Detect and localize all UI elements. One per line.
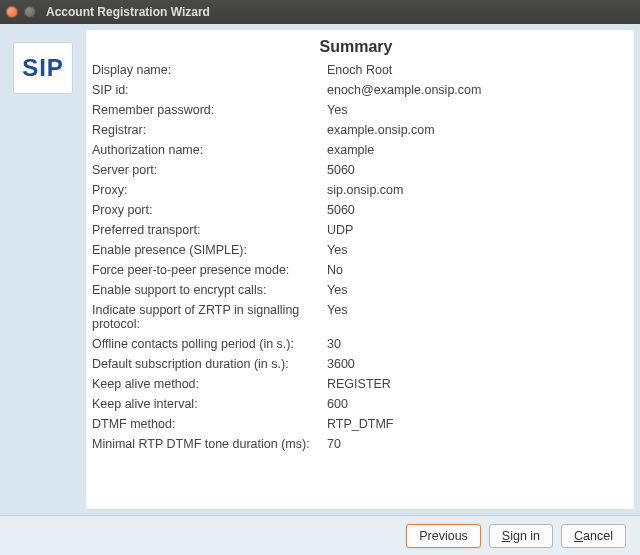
summary-label: Server port: — [92, 160, 327, 180]
summary-label: Offline contacts polling period (in s.): — [92, 334, 327, 354]
summary-row: Keep alive method:REGISTER — [92, 374, 620, 394]
sign-in-button[interactable]: Sign in — [489, 524, 553, 548]
summary-value: 5060 — [327, 200, 620, 220]
summary-row: Offline contacts polling period (in s.):… — [92, 334, 620, 354]
summary-row: Enable support to encrypt calls:Yes — [92, 280, 620, 300]
summary-value: Yes — [327, 280, 620, 300]
mnemonic: C — [574, 529, 583, 543]
summary-row: Minimal RTP DTMF tone duration (ms):70 — [92, 434, 620, 454]
titlebar: Account Registration Wizard — [0, 0, 640, 24]
summary-value: Yes — [327, 100, 620, 120]
summary-value: Yes — [327, 240, 620, 260]
summary-label: Default subscription duration (in s.): — [92, 354, 327, 374]
summary-heading: Summary — [92, 38, 620, 56]
sidebar: SIP — [0, 24, 86, 515]
previous-button[interactable]: Previous — [406, 524, 481, 548]
summary-label: DTMF method: — [92, 414, 327, 434]
minimize-icon[interactable] — [24, 6, 36, 18]
summary-row: Keep alive interval:600 — [92, 394, 620, 414]
summary-row: Force peer-to-peer presence mode:No — [92, 260, 620, 280]
summary-value: example.onsip.com — [327, 120, 620, 140]
button-bar: Previous Sign in Cancel — [0, 515, 640, 555]
summary-row: DTMF method:RTP_DTMF — [92, 414, 620, 434]
summary-value: 600 — [327, 394, 620, 414]
summary-value: sip.onsip.com — [327, 180, 620, 200]
summary-value: UDP — [327, 220, 620, 240]
window-title: Account Registration Wizard — [46, 5, 210, 19]
summary-label: Proxy port: — [92, 200, 327, 220]
summary-label: Indicate support of ZRTP in signalling p… — [92, 300, 327, 334]
cancel-button[interactable]: Cancel — [561, 524, 626, 548]
summary-value: 30 — [327, 334, 620, 354]
summary-row: Proxy:sip.onsip.com — [92, 180, 620, 200]
summary-row: Authorization name:example — [92, 140, 620, 160]
summary-label: Force peer-to-peer presence mode: — [92, 260, 327, 280]
summary-label: Preferred transport: — [92, 220, 327, 240]
summary-label: Minimal RTP DTMF tone duration (ms): — [92, 434, 327, 454]
summary-row: Registrar:example.onsip.com — [92, 120, 620, 140]
summary-label: Proxy: — [92, 180, 327, 200]
content: SIP Summary Display name:Enoch RootSIP i… — [0, 24, 640, 515]
summary-row: Remember password:Yes — [92, 100, 620, 120]
summary-value: RTP_DTMF — [327, 414, 620, 434]
summary-label: Keep alive method: — [92, 374, 327, 394]
summary-value: Yes — [327, 300, 620, 334]
summary-label: Registrar: — [92, 120, 327, 140]
summary-row: Enable presence (SIMPLE):Yes — [92, 240, 620, 260]
summary-label: Authorization name: — [92, 140, 327, 160]
summary-value: enoch@example.onsip.com — [327, 80, 620, 100]
summary-value: example — [327, 140, 620, 160]
summary-row: Preferred transport:UDP — [92, 220, 620, 240]
summary-label: Keep alive interval: — [92, 394, 327, 414]
summary-row: Proxy port:5060 — [92, 200, 620, 220]
summary-row: Server port:5060 — [92, 160, 620, 180]
summary-label: Display name: — [92, 60, 327, 80]
mnemonic: S — [502, 529, 510, 543]
sip-logo-text: SIP — [22, 54, 64, 82]
summary-row: Indicate support of ZRTP in signalling p… — [92, 300, 620, 334]
summary-value: REGISTER — [327, 374, 620, 394]
main-panel: Summary Display name:Enoch RootSIP id:en… — [86, 30, 634, 509]
summary-table: Display name:Enoch RootSIP id:enoch@exam… — [92, 60, 620, 454]
close-icon[interactable] — [6, 6, 18, 18]
summary-value: 5060 — [327, 160, 620, 180]
sip-logo: SIP — [13, 42, 73, 94]
summary-value: Enoch Root — [327, 60, 620, 80]
summary-label: Remember password: — [92, 100, 327, 120]
summary-label: Enable support to encrypt calls: — [92, 280, 327, 300]
summary-value: No — [327, 260, 620, 280]
summary-value: 70 — [327, 434, 620, 454]
summary-value: 3600 — [327, 354, 620, 374]
summary-row: SIP id:enoch@example.onsip.com — [92, 80, 620, 100]
summary-label: SIP id: — [92, 80, 327, 100]
summary-label: Enable presence (SIMPLE): — [92, 240, 327, 260]
summary-row: Display name:Enoch Root — [92, 60, 620, 80]
summary-row: Default subscription duration (in s.):36… — [92, 354, 620, 374]
